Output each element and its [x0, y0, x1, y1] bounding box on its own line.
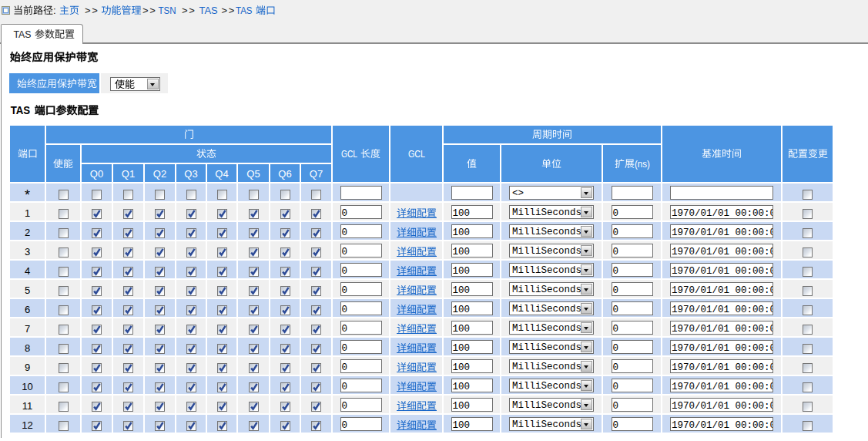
svg-text:(ns): (ns) [634, 158, 649, 170]
svg-text:>>: >> [142, 5, 157, 16]
svg-text:>>: >> [222, 5, 236, 16]
svg-text:TAS: TAS [236, 5, 253, 16]
svg-text:>>: >> [182, 5, 196, 16]
svg-text:>>: >> [85, 5, 99, 16]
svg-text:TAS: TAS [199, 5, 218, 16]
svg-text:TSN: TSN [159, 5, 176, 16]
svg-text:GCL: GCL [341, 148, 357, 160]
svg-text:TAS: TAS [11, 104, 31, 116]
svg-text:TAS: TAS [14, 29, 32, 40]
svg-text:GCL: GCL [408, 148, 425, 160]
svg-text::: : [53, 5, 56, 16]
